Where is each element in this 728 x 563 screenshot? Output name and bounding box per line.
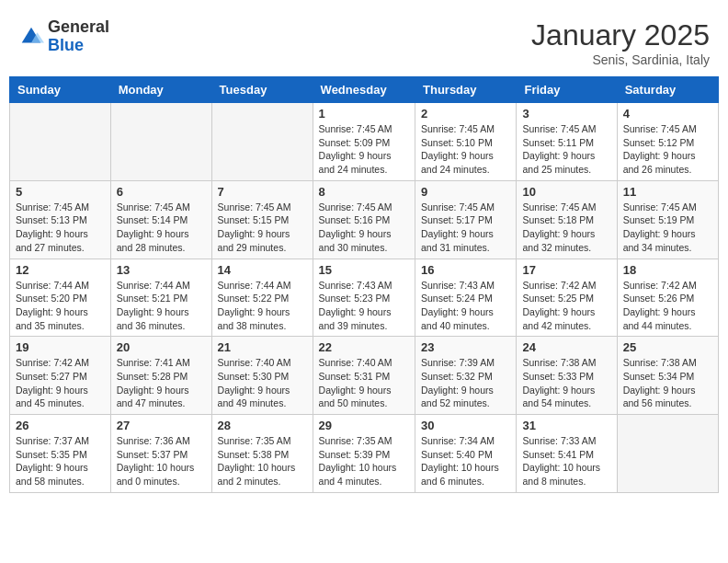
- calendar-cell: 15Sunrise: 7:43 AM Sunset: 5:23 PM Dayli…: [313, 259, 415, 337]
- week-row-2: 12Sunrise: 7:44 AM Sunset: 5:20 PM Dayli…: [10, 259, 719, 337]
- calendar-cell: 29Sunrise: 7:35 AM Sunset: 5:39 PM Dayli…: [313, 415, 415, 493]
- day-info: Sunrise: 7:45 AM Sunset: 5:18 PM Dayligh…: [522, 201, 610, 255]
- day-info: Sunrise: 7:45 AM Sunset: 5:10 PM Dayligh…: [421, 122, 510, 177]
- day-info: Sunrise: 7:45 AM Sunset: 5:17 PM Dayligh…: [421, 201, 510, 255]
- calendar-cell: [110, 103, 211, 181]
- day-info: Sunrise: 7:44 AM Sunset: 5:21 PM Dayligh…: [117, 279, 206, 333]
- calendar-cell: 7Sunrise: 7:45 AM Sunset: 5:15 PM Daylig…: [211, 180, 313, 259]
- weekday-header-tuesday: Tuesday: [211, 77, 313, 103]
- day-number: 12: [16, 263, 105, 277]
- day-info: Sunrise: 7:42 AM Sunset: 5:27 PM Dayligh…: [16, 356, 105, 410]
- logo-blue: Blue: [48, 36, 84, 54]
- day-number: 10: [522, 185, 610, 199]
- day-number: 20: [117, 340, 206, 354]
- day-info: Sunrise: 7:42 AM Sunset: 5:26 PM Dayligh…: [623, 279, 712, 333]
- day-info: Sunrise: 7:45 AM Sunset: 5:14 PM Dayligh…: [117, 201, 206, 255]
- day-number: 14: [218, 263, 307, 277]
- day-number: 15: [319, 263, 409, 277]
- day-info: Sunrise: 7:45 AM Sunset: 5:16 PM Dayligh…: [319, 201, 409, 255]
- day-number: 18: [623, 263, 712, 277]
- weekday-header-sunday: Sunday: [10, 77, 111, 103]
- calendar-cell: 14Sunrise: 7:44 AM Sunset: 5:22 PM Dayli…: [211, 259, 313, 337]
- calendar-cell: 25Sunrise: 7:38 AM Sunset: 5:34 PM Dayli…: [617, 337, 718, 415]
- day-number: 28: [218, 419, 307, 432]
- day-number: 24: [522, 340, 610, 354]
- day-info: Sunrise: 7:37 AM Sunset: 5:35 PM Dayligh…: [16, 434, 105, 488]
- logo-text: General Blue: [48, 18, 109, 55]
- day-number: 6: [117, 185, 206, 199]
- weekday-header-monday: Monday: [110, 77, 211, 103]
- day-info: Sunrise: 7:36 AM Sunset: 5:37 PM Dayligh…: [117, 434, 206, 488]
- day-info: Sunrise: 7:38 AM Sunset: 5:33 PM Dayligh…: [522, 356, 610, 410]
- day-info: Sunrise: 7:33 AM Sunset: 5:41 PM Dayligh…: [522, 434, 610, 488]
- week-row-4: 26Sunrise: 7:37 AM Sunset: 5:35 PM Dayli…: [10, 415, 719, 493]
- title-block: January 2025 Senis, Sardinia, Italy: [531, 18, 710, 67]
- day-number: 21: [218, 340, 307, 354]
- day-info: Sunrise: 7:42 AM Sunset: 5:25 PM Dayligh…: [522, 279, 610, 333]
- calendar-cell: 2Sunrise: 7:45 AM Sunset: 5:10 PM Daylig…: [415, 103, 517, 181]
- page-header: General Blue January 2025 Senis, Sardini…: [9, 9, 719, 72]
- calendar-cell: 23Sunrise: 7:39 AM Sunset: 5:32 PM Dayli…: [415, 337, 517, 415]
- calendar-cell: [211, 103, 313, 181]
- calendar-cell: [617, 415, 718, 493]
- weekday-header-friday: Friday: [517, 77, 617, 103]
- calendar-cell: 24Sunrise: 7:38 AM Sunset: 5:33 PM Dayli…: [517, 337, 617, 415]
- calendar-cell: 3Sunrise: 7:45 AM Sunset: 5:11 PM Daylig…: [517, 103, 617, 181]
- day-info: Sunrise: 7:45 AM Sunset: 5:09 PM Dayligh…: [319, 122, 409, 177]
- day-number: 31: [522, 419, 610, 432]
- calendar-cell: 31Sunrise: 7:33 AM Sunset: 5:41 PM Dayli…: [517, 415, 617, 493]
- week-row-0: 1Sunrise: 7:45 AM Sunset: 5:09 PM Daylig…: [10, 103, 719, 181]
- day-info: Sunrise: 7:39 AM Sunset: 5:32 PM Dayligh…: [421, 356, 510, 410]
- calendar-cell: 16Sunrise: 7:43 AM Sunset: 5:24 PM Dayli…: [415, 259, 517, 337]
- day-info: Sunrise: 7:44 AM Sunset: 5:20 PM Dayligh…: [16, 279, 105, 333]
- day-number: 7: [218, 185, 307, 199]
- weekday-header-wednesday: Wednesday: [313, 77, 415, 103]
- weekday-header-row: SundayMondayTuesdayWednesdayThursdayFrid…: [10, 77, 719, 103]
- day-number: 30: [421, 419, 510, 432]
- calendar-cell: 4Sunrise: 7:45 AM Sunset: 5:12 PM Daylig…: [617, 103, 718, 181]
- weekday-header-thursday: Thursday: [415, 77, 517, 103]
- day-number: 19: [16, 340, 105, 354]
- calendar-cell: 9Sunrise: 7:45 AM Sunset: 5:17 PM Daylig…: [415, 180, 517, 259]
- logo-general: General: [48, 17, 109, 36]
- week-row-3: 19Sunrise: 7:42 AM Sunset: 5:27 PM Dayli…: [10, 337, 719, 415]
- day-info: Sunrise: 7:43 AM Sunset: 5:23 PM Dayligh…: [319, 279, 409, 333]
- calendar-cell: 10Sunrise: 7:45 AM Sunset: 5:18 PM Dayli…: [517, 180, 617, 259]
- calendar-cell: 1Sunrise: 7:45 AM Sunset: 5:09 PM Daylig…: [313, 103, 415, 181]
- day-info: Sunrise: 7:43 AM Sunset: 5:24 PM Dayligh…: [421, 279, 510, 333]
- location-subtitle: Senis, Sardinia, Italy: [531, 52, 710, 67]
- day-number: 4: [623, 107, 712, 121]
- calendar-cell: 27Sunrise: 7:36 AM Sunset: 5:37 PM Dayli…: [110, 415, 211, 493]
- day-info: Sunrise: 7:45 AM Sunset: 5:13 PM Dayligh…: [16, 201, 105, 255]
- day-number: 22: [319, 340, 409, 354]
- day-number: 2: [421, 107, 510, 121]
- logo-icon: [18, 24, 44, 50]
- day-number: 29: [319, 419, 409, 432]
- day-info: Sunrise: 7:34 AM Sunset: 5:40 PM Dayligh…: [421, 434, 510, 488]
- calendar-cell: 28Sunrise: 7:35 AM Sunset: 5:38 PM Dayli…: [211, 415, 313, 493]
- calendar-cell: 20Sunrise: 7:41 AM Sunset: 5:28 PM Dayli…: [110, 337, 211, 415]
- day-number: 13: [117, 263, 206, 277]
- day-info: Sunrise: 7:45 AM Sunset: 5:19 PM Dayligh…: [623, 201, 712, 255]
- day-info: Sunrise: 7:40 AM Sunset: 5:30 PM Dayligh…: [218, 356, 307, 410]
- calendar-cell: 21Sunrise: 7:40 AM Sunset: 5:30 PM Dayli…: [211, 337, 313, 415]
- calendar-cell: 19Sunrise: 7:42 AM Sunset: 5:27 PM Dayli…: [10, 337, 111, 415]
- day-info: Sunrise: 7:41 AM Sunset: 5:28 PM Dayligh…: [117, 356, 206, 410]
- week-row-1: 5Sunrise: 7:45 AM Sunset: 5:13 PM Daylig…: [10, 180, 719, 259]
- day-number: 9: [421, 185, 510, 199]
- calendar-cell: 22Sunrise: 7:40 AM Sunset: 5:31 PM Dayli…: [313, 337, 415, 415]
- day-info: Sunrise: 7:35 AM Sunset: 5:39 PM Dayligh…: [319, 434, 409, 488]
- day-info: Sunrise: 7:35 AM Sunset: 5:38 PM Dayligh…: [218, 434, 307, 488]
- calendar-cell: 30Sunrise: 7:34 AM Sunset: 5:40 PM Dayli…: [415, 415, 517, 493]
- calendar-cell: 11Sunrise: 7:45 AM Sunset: 5:19 PM Dayli…: [617, 180, 718, 259]
- month-title: January 2025: [531, 18, 710, 52]
- day-info: Sunrise: 7:38 AM Sunset: 5:34 PM Dayligh…: [623, 356, 712, 410]
- logo: General Blue: [18, 18, 109, 55]
- day-number: 25: [623, 340, 712, 354]
- day-number: 8: [319, 185, 409, 199]
- day-info: Sunrise: 7:40 AM Sunset: 5:31 PM Dayligh…: [319, 356, 409, 410]
- day-info: Sunrise: 7:44 AM Sunset: 5:22 PM Dayligh…: [218, 279, 307, 333]
- day-number: 5: [16, 185, 105, 199]
- day-info: Sunrise: 7:45 AM Sunset: 5:15 PM Dayligh…: [218, 201, 307, 255]
- calendar-cell: 5Sunrise: 7:45 AM Sunset: 5:13 PM Daylig…: [10, 180, 111, 259]
